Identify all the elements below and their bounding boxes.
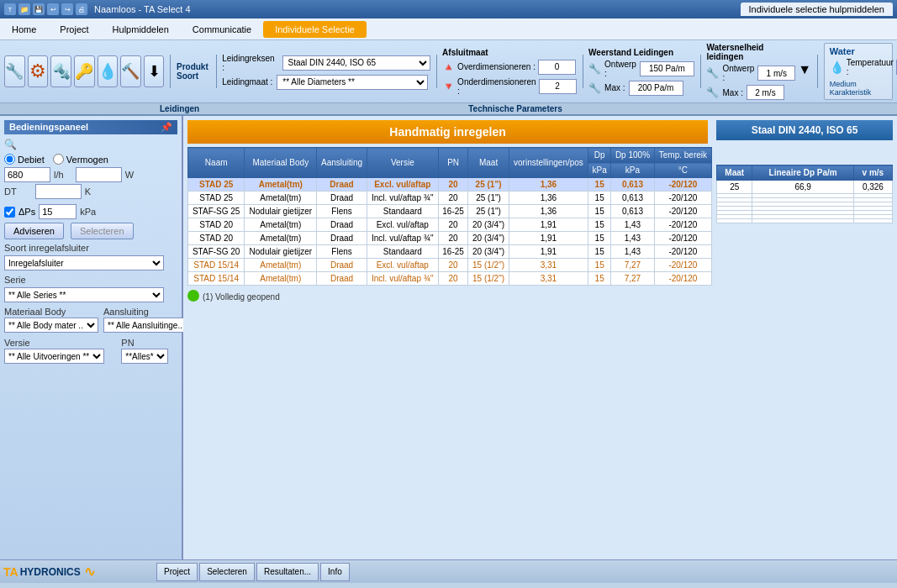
kpa-input[interactable] (39, 204, 77, 219)
pn-select[interactable]: **Alles* (121, 349, 168, 364)
menu-home[interactable]: Home (0, 21, 48, 38)
leidingmaat-select[interactable]: ** Alle Diameters ** (277, 75, 428, 90)
ws-ontwerp-input[interactable] (757, 66, 795, 81)
overdim-input[interactable] (538, 60, 576, 75)
cell-maat: 15 (1/2") (468, 259, 509, 272)
divider3 (436, 55, 437, 88)
table-row[interactable]: STAD 20 Ametal(tm) Draad Incl. vul/aftap… (188, 232, 712, 245)
serie-select[interactable]: ** Alle Series ** (4, 287, 164, 302)
vermogen-label: Vermogen (66, 155, 108, 165)
water-panel: Water 💧 Temperatuur : Medium Karakterist… (824, 43, 893, 100)
table-row[interactable]: STAD 20 Ametal(tm) Draad Excl. vul/aftap… (188, 218, 712, 232)
cell-dp100: 0,613 (611, 192, 655, 205)
overdim-label: Overdimensioneren : (457, 62, 536, 71)
radio-vermogen[interactable]: Vermogen (53, 154, 108, 165)
dt-input[interactable] (35, 184, 82, 199)
tool-valve7[interactable]: ⬇ (144, 55, 165, 87)
divider2 (216, 55, 217, 88)
right-data-table: Maat Lineaire Dp Pa/m v m/s 25 66,9 0,32… (716, 165, 893, 223)
selecteren-btn[interactable]: Selecteren (199, 563, 255, 581)
kpa-label: ΔPs (18, 207, 35, 217)
radio-debiet[interactable]: Debiet (4, 154, 45, 165)
max-input[interactable] (629, 81, 683, 96)
ta-logo: TA (3, 565, 18, 579)
leidingreksen-select[interactable]: Staal DIN 2440, ISO 65 (282, 55, 430, 71)
note-text: (1) Volledig geopend (203, 292, 280, 302)
cell-aansl: Draad (317, 192, 367, 205)
vermogen-unit: W (125, 170, 134, 180)
right-cell-v: 0,326 (853, 181, 892, 194)
menu-hulpmiddelen[interactable]: Hulpmiddelen (101, 21, 181, 38)
panel-title: Bedieningspaneel (9, 122, 88, 133)
advise-button[interactable]: Adviseren (4, 223, 64, 239)
soort-select[interactable]: Inregelafsluiter (4, 255, 164, 270)
cell-temp: -20/120 (654, 272, 711, 286)
tool-valve2[interactable]: ⚙ (28, 55, 49, 87)
table-row[interactable]: STAF-SG 25 Nodulair gietijzer Flens Stan… (188, 205, 712, 218)
cell-naam: STAF-SG 25 (188, 205, 245, 218)
tool-valve6[interactable]: 🔨 (120, 55, 141, 87)
info-btn[interactable]: Info (320, 563, 350, 581)
versie-select[interactable]: ** Alle Uitvoeringen ** (4, 349, 104, 364)
table-row[interactable]: STAD 15/14 Ametal(tm) Draad Incl. vul/af… (188, 272, 712, 286)
cell-temp: -20/120 (654, 232, 711, 245)
radio-debiet-input[interactable] (4, 154, 15, 165)
cell-naam: STAD 20 (188, 232, 245, 245)
cell-dp: 15 (588, 218, 611, 232)
cell-dp: 15 (588, 178, 611, 192)
project-btn[interactable]: Project (156, 563, 198, 581)
kpa-checkbox[interactable] (4, 207, 15, 218)
right-col-maat: Maat (717, 165, 752, 181)
cell-pn: 20 (438, 232, 468, 245)
dt-unit: K (85, 186, 91, 197)
cell-naam: STAD 15/14 (188, 272, 245, 286)
debiet-input[interactable] (4, 167, 50, 182)
menu-individuele[interactable]: Individuele Selectie (263, 21, 367, 38)
col-voorinst: vorinstellingen/pos (509, 148, 588, 178)
col-aansl: Aansluiting (317, 148, 367, 178)
debiet-unit: l/h (54, 170, 64, 180)
cell-dp100: 7,27 (611, 272, 655, 286)
produkt-soort-label: Produkt Soort (177, 62, 210, 81)
cell-mat: Ametal(tm) (245, 178, 317, 192)
expand-icon[interactable]: ▼ (798, 62, 811, 77)
panel-pin[interactable]: 📌 (161, 122, 172, 133)
radio-vermogen-input[interactable] (53, 154, 64, 165)
afsluitmaat-label: Afsluitmaat (442, 48, 576, 57)
right-col-lindp: Lineaire Dp Pa/m (752, 165, 853, 181)
select-button[interactable]: Selecteren (71, 223, 134, 239)
logo-symbol: ∿ (84, 564, 95, 580)
menu-communicatie[interactable]: Communicatie (181, 21, 263, 38)
menu-project[interactable]: Project (48, 21, 100, 38)
max-label: Max : (604, 83, 625, 92)
cell-aansl: Flens (317, 205, 367, 218)
ontwerp-input[interactable] (640, 61, 694, 76)
resultaten-btn[interactable]: Resultaten... (256, 563, 319, 581)
ws-max-input[interactable] (747, 85, 784, 100)
tool-valve5[interactable]: 💧 (98, 55, 119, 87)
cell-pn: 20 (438, 178, 468, 192)
tool-valve4[interactable]: 🔑 (74, 55, 95, 87)
table-row[interactable]: STAF-SG 20 Nodulair gietijzer Flens Stan… (188, 245, 712, 259)
kpa-unit: kPa (80, 207, 96, 217)
cell-voorinst: 1,36 (509, 178, 588, 192)
onderdim-label: Onderdimensioneren : (457, 77, 536, 96)
kpa-row: ΔPs kPa (4, 204, 177, 219)
cell-temp: -20/120 (654, 178, 711, 192)
cell-mat: Ametal(tm) (245, 192, 317, 205)
cell-pn: 16-25 (438, 205, 468, 218)
onderdim-input[interactable] (539, 79, 577, 94)
table-row[interactable]: STAD 25 Ametal(tm) Draad Incl. vul/aftap… (188, 192, 712, 205)
col-maat: Maat (468, 148, 509, 178)
vermogen-input[interactable] (76, 167, 122, 182)
tool-valve1[interactable]: 🔧 (4, 55, 25, 87)
tool-valve3[interactable]: 🔩 (50, 55, 71, 87)
dt-row: DT K (4, 184, 177, 199)
mat-select[interactable]: ** Alle Body mater .. (4, 318, 98, 333)
menu-bar: Home Project Hulpmiddelen Communicatie I… (0, 18, 897, 40)
col-dp100-unit: kPa (611, 163, 655, 178)
max-icon: 🔧 (588, 82, 601, 94)
cell-maat: 20 (3/4") (468, 245, 509, 259)
table-row[interactable]: STAD 25 Ametal(tm) Draad Excl. vul/aftap… (188, 178, 712, 192)
table-row[interactable]: STAD 15/14 Ametal(tm) Draad Excl. vul/af… (188, 259, 712, 272)
